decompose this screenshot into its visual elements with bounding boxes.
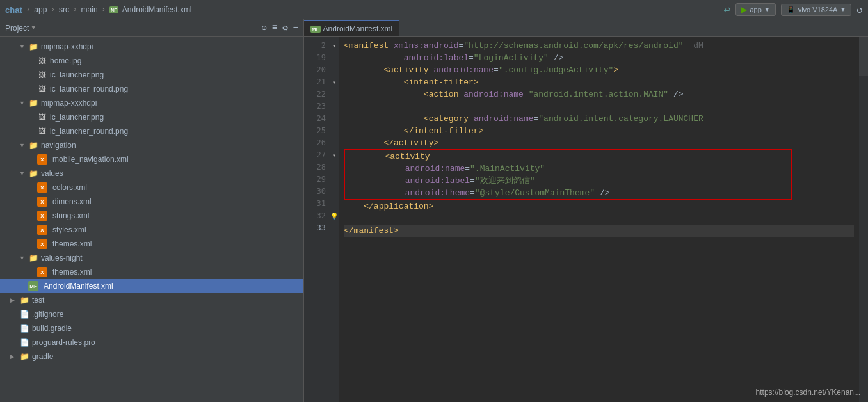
tree-item-mipmap-xxhdpi[interactable]: ▼ 📁 mipmap-xxhdpi <box>0 40 303 54</box>
fold-31 <box>330 198 339 210</box>
editor-tab-manifest[interactable]: MF AndroidManifest.xml <box>304 20 399 36</box>
tree-item-mobile-nav[interactable]: X mobile_navigation.xml <box>0 152 303 166</box>
fold-21-start[interactable]: ▾ <box>330 76 339 88</box>
tree-item-ic-launcher2[interactable]: 🖼 ic_launcher.png <box>0 110 303 124</box>
code-line-32 <box>344 213 854 225</box>
tree-item-gradle[interactable]: ▶ 📁 gradle <box>0 350 303 364</box>
fold-23 <box>330 100 339 113</box>
collapse-icon[interactable]: ≡ <box>272 22 277 33</box>
tree-item-values-night[interactable]: ▼ 📁 values-night <box>0 251 303 265</box>
line-num-19: 19 <box>317 52 326 64</box>
file-icon: 📄 <box>19 337 29 348</box>
code-content[interactable]: <manifest xmlns:android="http://schemas.… <box>339 37 859 402</box>
breadcrumb-project[interactable]: chat <box>5 5 22 15</box>
device-button[interactable]: 📱 vivo V1824A ▼ <box>781 4 852 16</box>
tree-item-label: proguard-rules.pro <box>32 338 95 347</box>
tree-item-label: mipmap-xxxhdpi <box>41 99 97 108</box>
arrow-down-icon: ▼ <box>19 255 28 261</box>
sidebar-title: Project <box>5 24 29 33</box>
tree-item-label: values <box>41 169 63 178</box>
locate-icon[interactable]: ⊕ <box>261 22 266 33</box>
tree-item-dimens[interactable]: X dimens.xml <box>0 195 303 209</box>
image-icon: 🖼 <box>37 70 47 80</box>
sidebar: Project ▼ ⊕ ≡ ⚙ − ▼ 📁 mipmap-xxhdpi 🖼 ho… <box>0 19 304 402</box>
fold-27-start[interactable]: ▾ <box>330 149 339 161</box>
code-line-28: android:name=".MainActivity" <box>345 163 791 175</box>
tree-item-ic-launcher-round[interactable]: 🖼 ic_launcher_round.png <box>0 82 303 96</box>
tree-item-proguard[interactable]: 📄 proguard-rules.pro <box>0 335 303 350</box>
code-line-22: <action android:name="android.intent.act… <box>344 88 854 100</box>
folder-icon: 📁 <box>28 42 38 52</box>
tree-item-label: strings.xml <box>52 211 89 220</box>
settings-icon[interactable]: ⚙ <box>282 22 287 33</box>
tree-item-gitignore[interactable]: 📄 .gitignore <box>0 307 303 321</box>
tree-item-navigation[interactable]: ▼ 📁 navigation <box>0 138 303 152</box>
folder-icon: 📁 <box>28 253 38 263</box>
fold-32[interactable]: 💡 <box>330 210 339 222</box>
folder-icon: 📁 <box>19 295 29 305</box>
tree-item-label: ic_launcher.png <box>50 113 104 122</box>
folder-icon: 📁 <box>28 168 38 179</box>
code-line-25: </intent-filter> <box>344 125 854 137</box>
bc-app[interactable]: app <box>34 5 47 14</box>
line-num-31: 31 <box>317 198 326 210</box>
xml-icon: X <box>37 197 47 207</box>
line-num-26: 26 <box>317 137 326 149</box>
code-line-24: <category android:name="android.intent.c… <box>344 113 854 125</box>
tree-item-label: gradle <box>32 352 53 361</box>
sidebar-header: Project ▼ ⊕ ≡ ⚙ − <box>0 19 303 37</box>
minimap-scroll[interactable] <box>859 37 868 76</box>
sidebar-dropdown-icon: ▼ <box>31 24 35 31</box>
mf-icon: MF <box>28 281 38 291</box>
bc-src[interactable]: src <box>59 5 69 14</box>
tree-item-label: themes.xml <box>52 268 92 277</box>
tree-item-label: mobile_navigation.xml <box>52 155 129 164</box>
code-line-31: </application> <box>344 200 854 213</box>
fold-2[interactable]: ▾ <box>330 40 339 52</box>
line-num-29: 29 <box>317 173 326 186</box>
undo-icon[interactable]: ↩ <box>724 3 731 17</box>
tree-item-ic-launcher[interactable]: 🖼 ic_launcher.png <box>0 68 303 82</box>
tree-item-label: ic_launcher_round.png <box>50 84 128 93</box>
tree-item-label: build.gradle <box>32 324 72 333</box>
image-icon: 🖼 <box>37 112 47 122</box>
tree-item-home-jpg[interactable]: 🖼 home.jpg <box>0 54 303 68</box>
line-num-24: 24 <box>317 113 326 125</box>
close-sidebar-icon[interactable]: − <box>293 22 298 33</box>
tree-item-label: AndroidManifest.xml <box>44 282 113 291</box>
run-config-button[interactable]: ▶ app ▼ <box>735 3 775 16</box>
image-icon: 🖼 <box>37 84 47 94</box>
top-bar-right: ↩ ▶ app ▼ 📱 vivo V1824A ▼ ↺ <box>724 3 863 17</box>
tree-item-build-gradle[interactable]: 📄 build.gradle <box>0 321 303 335</box>
tree-item-strings[interactable]: X strings.xml <box>0 209 303 223</box>
code-line-2: <manifest xmlns:android="http://schemas.… <box>344 40 854 52</box>
tree-item-mipmap-xxxhdpi[interactable]: ▼ 📁 mipmap-xxxhdpi <box>0 96 303 110</box>
line-num-32: 32 <box>317 210 326 222</box>
arrow-down-icon: ▼ <box>19 170 28 177</box>
tab-mf-icon: MF <box>310 26 321 33</box>
line-num-25: 25 <box>317 125 326 137</box>
bc-main[interactable]: main <box>81 5 98 14</box>
bc-manifest-file[interactable]: AndroidManifest.xml <box>122 5 192 14</box>
tree-item-androidmanifest[interactable]: MF AndroidManifest.xml <box>0 279 303 293</box>
tree-item-styles[interactable]: X styles.xml <box>0 223 303 237</box>
tree-item-themes-night[interactable]: X themes.xml <box>0 265 303 279</box>
device-dropdown-icon: ▼ <box>840 6 846 13</box>
line-num-28: 28 <box>317 161 326 173</box>
device-label: vivo V1824A <box>798 6 838 13</box>
line-num-23: 23 <box>317 100 326 113</box>
fold-20 <box>330 64 339 76</box>
tree-item-themes[interactable]: X themes.xml <box>0 237 303 251</box>
xml-icon: X <box>37 267 47 277</box>
tree-item-ic-launcher-round2[interactable]: 🖼 ic_launcher_round.png <box>0 124 303 138</box>
tree-item-label: colors.xml <box>52 183 87 192</box>
arrow-down-icon: ▼ <box>19 44 28 50</box>
tree-item-values[interactable]: ▼ 📁 values <box>0 166 303 181</box>
code-line-20: <activity android:name=".config.JudgeAct… <box>344 64 854 76</box>
refresh-icon[interactable]: ↺ <box>856 3 863 16</box>
tree-item-label: dimens.xml <box>52 197 92 206</box>
tree-item-colors[interactable]: X colors.xml <box>0 181 303 195</box>
tree-item-test[interactable]: ▶ 📁 test <box>0 293 303 307</box>
tab-label: AndroidManifest.xml <box>323 24 393 33</box>
code-line-33: </manifest> <box>344 225 854 237</box>
